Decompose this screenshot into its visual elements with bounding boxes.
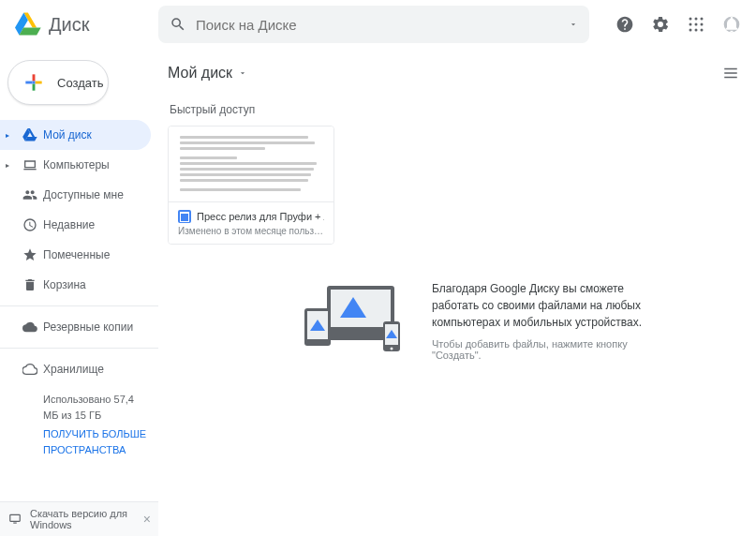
plus-icon [22,70,46,95]
create-button[interactable]: Создать [7,60,109,105]
desktop-icon [7,513,22,526]
sidebar-item-shared[interactable]: Доступные мне [0,180,151,210]
svg-point-5 [701,23,704,26]
caret-down-icon [238,68,247,78]
main-title-dropdown[interactable]: Мой диск [168,65,247,82]
hero-title: Благодаря Google Диску вы сможете работа… [432,280,647,331]
hero-subtitle: Чтобы добавить файлы, нажмите кнопку "Со… [432,338,647,361]
sidebar-item-trash[interactable]: Корзина [0,270,151,300]
drive-logo-icon [15,12,41,37]
svg-point-6 [689,29,692,32]
cloud-icon [17,320,43,335]
quick-access-card[interactable]: Пресс релиз для Пруфи + легенда ... Изме… [168,126,334,245]
sidebar-label: Резервные копии [43,320,133,334]
sidebar-item-storage[interactable]: Хранилище [0,354,151,384]
computers-icon [17,157,43,172]
sidebar-label: Хранилище [43,363,104,376]
chevron-right-icon: ▸ [6,131,17,140]
divider [0,305,158,306]
download-bar-text: Скачать версию для Windows [30,508,143,530]
divider [0,348,158,349]
sidebar-item-computers[interactable]: ▸ Компьютеры [0,150,151,180]
sidebar-label: Корзина [43,278,86,291]
create-label: Создать [57,76,103,90]
sidebar-label: Доступные мне [43,188,124,201]
svg-point-1 [695,18,698,21]
main-title-text: Мой диск [168,65,232,82]
cloud-outline-icon [17,362,43,377]
card-subtitle: Изменено в этом месяце пользователем ... [178,226,324,236]
trash-icon [17,277,43,292]
download-bar[interactable]: Скачать версию для Windows × [0,501,158,536]
search-bar[interactable] [158,6,589,43]
svg-point-22 [391,348,393,350]
svg-rect-11 [10,514,21,521]
svg-rect-10 [33,82,36,84]
sidebar-item-recent[interactable]: Недавние [0,210,151,240]
svg-point-4 [695,23,698,26]
search-input[interactable] [196,17,569,33]
get-more-storage-link[interactable]: ПОЛУЧИТЬ БОЛЬШЕ ПРОСТРАНСТВА [43,426,147,457]
people-icon [17,187,43,202]
svg-rect-14 [331,290,391,327]
svg-point-8 [701,29,704,32]
help-icon[interactable] [615,15,634,34]
sidebar-item-starred[interactable]: Помеченные [0,240,151,270]
card-title: Пресс релиз для Пруфи + легенда ... [197,211,324,222]
docs-icon [178,210,191,223]
sidebar-label: Недавние [43,218,95,231]
devices-illustration-icon [299,284,409,357]
card-preview [169,127,334,201]
sidebar-label: Помеченные [43,248,110,261]
star-icon [17,247,43,262]
svg-point-0 [689,18,692,21]
svg-point-7 [695,29,698,32]
close-icon[interactable]: × [143,512,151,527]
quick-access-heading: Быстрый доступ [170,103,739,116]
drive-small-icon [17,128,43,141]
sidebar-label: Мой диск [43,128,92,141]
apps-icon[interactable] [687,15,705,34]
chevron-right-icon: ▸ [6,161,17,170]
sidebar-item-my-drive[interactable]: ▸ Мой диск [0,120,151,150]
storage-usage-text: Использовано 57,4 МБ из 15 ГБ [43,392,147,423]
sidebar-item-backups[interactable]: Резервные копии [0,312,151,342]
svg-rect-12 [13,523,17,524]
sidebar-label: Компьютеры [43,158,110,171]
gear-icon[interactable] [651,15,670,34]
product-name: Диск [49,14,89,36]
svg-point-2 [701,18,704,21]
clock-icon [17,217,43,232]
notifications-icon[interactable] [722,15,741,34]
list-view-icon[interactable] [722,65,739,82]
search-icon [170,16,186,33]
svg-point-3 [689,23,692,26]
caret-down-icon[interactable] [569,20,578,29]
